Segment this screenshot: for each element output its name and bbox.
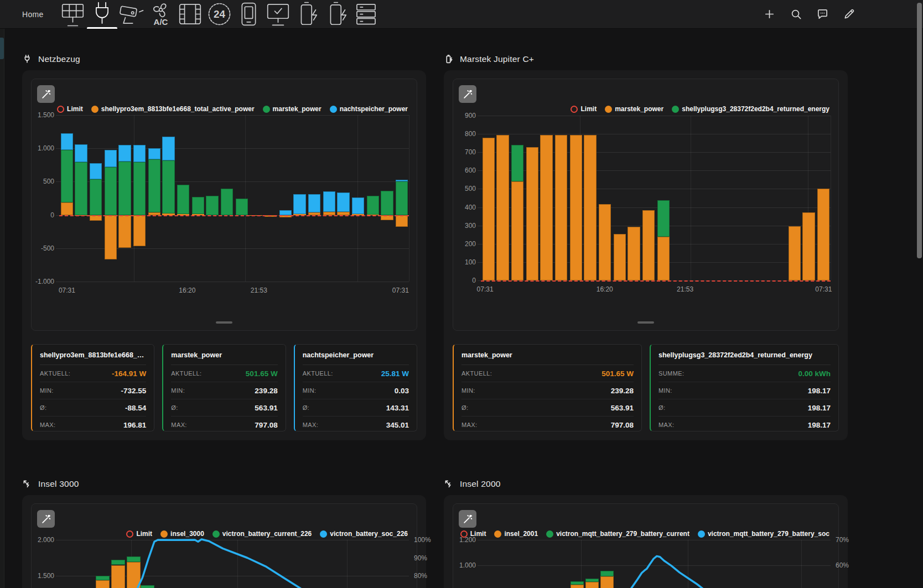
legend-label: shellypro3em_8813bfe1e668_total_active_p… [101, 105, 255, 113]
tab-battery-bolt[interactable] [293, 0, 322, 29]
bar-segment-blue [323, 191, 335, 211]
chart-plot: 1.2001.00080060070%60%50% [481, 540, 831, 588]
bar-segment-green [75, 162, 87, 215]
magic-wand-button[interactable] [459, 85, 476, 103]
bar-segment-green [657, 200, 670, 236]
tab-film-strip[interactable] [175, 0, 205, 29]
chart-plot: 1.5001.0005000-500-1.00007:3116:2021:530… [59, 115, 409, 282]
tab-hours-24[interactable]: 24 [205, 0, 234, 29]
stat-title: marstek_power [171, 345, 277, 365]
tab-battery-bolt[interactable] [322, 0, 351, 29]
legend-item[interactable]: victron_battery_soc_226 [320, 530, 408, 538]
x-axis-label: 07:31 [59, 287, 75, 294]
bar-segment-orange [614, 234, 626, 280]
legend-item[interactable]: insel_2001 [494, 530, 538, 538]
tab-power-plug[interactable] [87, 0, 117, 29]
right-axis-label: 60% [836, 561, 849, 569]
magic-wand-button[interactable] [37, 85, 55, 103]
magic-wand-button[interactable] [459, 510, 476, 528]
bar-segment-orange [599, 204, 611, 280]
card-title: Netzbezug [38, 54, 80, 64]
tab-solar-panel[interactable] [58, 0, 87, 29]
stat-value: 563.91 [611, 404, 634, 412]
right-axis-label: 80% [414, 572, 427, 580]
chart-plot: 2.0001.5001.0005000100%90%80%70% [59, 540, 409, 588]
pencil-icon[interactable] [843, 8, 855, 20]
legend-item[interactable]: shellyplugsg3_28372f2ed2b4_returned_ener… [672, 105, 829, 113]
legend-item[interactable]: Limit [571, 105, 597, 113]
y-axis-label: 0 [450, 277, 476, 284]
legend-item[interactable]: insel_3000 [160, 530, 204, 538]
stat-row: Ø:563.91 [171, 399, 277, 417]
y-axis-label: 1.200 [450, 536, 476, 544]
legend-item[interactable]: marstek_power [605, 105, 663, 113]
gridline-v [831, 116, 831, 280]
tab-monitor-check[interactable] [263, 0, 293, 29]
legend-item[interactable]: nachtspeicher_power [330, 105, 408, 113]
y-axis-label: 2.000 [29, 536, 54, 544]
stat-value: 0.03 [395, 387, 409, 395]
gridline-v [691, 116, 691, 280]
bar-segment-blue [279, 210, 292, 215]
bar-segment-orange [570, 135, 582, 280]
legend-marker [494, 530, 501, 538]
legend-marker [91, 106, 98, 113]
bar-segment-blue [133, 145, 146, 162]
stat-label: MAX: [171, 422, 187, 428]
chart-plot: 900800700600500400300200100007:3116:2021… [481, 116, 831, 280]
tab-server-rack[interactable] [351, 0, 381, 29]
tab-ac-fan[interactable]: A/C [146, 0, 175, 29]
legend-marker [320, 530, 327, 538]
legend-item[interactable]: marstek_power [263, 105, 322, 113]
magic-wand-button[interactable] [37, 510, 55, 528]
legend-item[interactable]: victron_mqtt_battery_279_battery_current [546, 530, 689, 538]
stat-label: Ø: [40, 404, 46, 411]
chart-panel: Limitinsel_3000victron_battery_current_2… [31, 503, 417, 588]
soc-line [59, 540, 409, 588]
stat-value: 198.17 [808, 421, 831, 429]
stat-box: marstek_powerAKTUELL:501.65 WMIN:239.28Ø… [453, 344, 642, 431]
legend-item[interactable]: victron_mqtt_battery_279_battery_soc [698, 530, 829, 538]
chart-scrollbar[interactable] [216, 321, 232, 324]
tab-home[interactable]: Home [18, 0, 48, 29]
bar-segment-blue [162, 137, 174, 160]
bar-segment-blue [105, 150, 117, 167]
export-bolt-icon [444, 479, 454, 489]
gridline-h [56, 282, 409, 282]
stat-box: shellypro3em_8813bfe1e668_total_active_p… [31, 344, 154, 431]
chart-scrollbar[interactable] [637, 321, 654, 324]
bar-segment-blue [148, 148, 160, 159]
y-axis-label: -1.000 [29, 278, 54, 285]
legend-marker [126, 530, 133, 538]
legend-item[interactable]: shellypro3em_8813bfe1e668_total_active_p… [91, 105, 255, 113]
tab-tablet[interactable] [234, 0, 263, 29]
stat-label: Ø: [462, 404, 468, 411]
stat-value: 0.00 kWh [798, 370, 831, 378]
legend-item[interactable]: victron_battery_current_226 [212, 530, 312, 538]
legend-label: marstek_power [615, 105, 663, 113]
x-axis-label: 07:31 [477, 285, 494, 293]
ac-fan-icon: A/C [146, 0, 175, 29]
plus-icon[interactable] [763, 8, 776, 20]
solar-panel-icon [58, 0, 87, 29]
search-icon[interactable] [790, 8, 802, 20]
legend-item[interactable]: Limit [126, 530, 152, 538]
chart-legend: Limitinsel_2001victron_mqtt_battery_279_… [484, 529, 829, 538]
x-axis-label: 07:31 [392, 287, 409, 294]
bar-segment-orange [628, 227, 640, 280]
stat-row: MIN:0.03 [303, 382, 409, 399]
page-scrollbar[interactable] [917, 3, 922, 258]
x-axis-label: 16:20 [597, 285, 613, 293]
y-axis-label: -500 [29, 244, 54, 252]
bar-segment-blue [118, 145, 131, 162]
chat-icon[interactable] [816, 8, 829, 20]
bar-segment-green [381, 191, 393, 215]
stat-row: Ø:-88.54 [40, 399, 146, 417]
legend-item[interactable]: Limit [57, 105, 83, 113]
bar-segment-blue [337, 192, 349, 212]
stat-label: MAX: [462, 422, 478, 428]
right-axis-label: 90% [414, 554, 427, 562]
stat-value: 797.08 [255, 421, 277, 429]
y-axis-label: 0 [29, 211, 54, 219]
tab-cctv-camera[interactable] [117, 0, 146, 29]
